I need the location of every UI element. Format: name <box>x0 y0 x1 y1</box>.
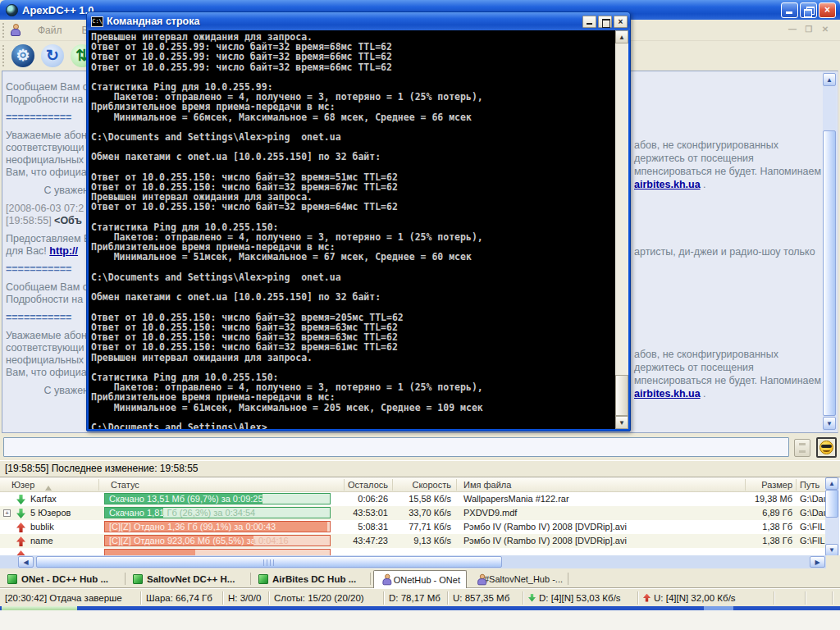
transfer-row[interactable]: name[C][Z] Отдано 923,06 Мб (65,5%) за 0… <box>0 534 825 548</box>
public-hubs-icon[interactable]: ⚙ <box>11 44 34 67</box>
close-button[interactable]: × <box>819 2 836 18</box>
chat-line: абов, не сконфигурированных <box>634 139 827 152</box>
transfers-horizontal-scrollbar[interactable]: ◀ ▶ <box>0 555 826 568</box>
column-size[interactable]: Размер <box>719 480 792 490</box>
hub-tab-label: ONetHub - ONet <box>394 575 460 585</box>
chat-line: airbites.kh.ua . <box>634 387 827 400</box>
scrollbar-thumb[interactable] <box>825 490 838 518</box>
reconnect-icon[interactable]: ↻ <box>41 44 64 67</box>
statusbar-cell: D: [4][N] 53,03 Кб/s <box>523 591 638 605</box>
console-window: C:\ Командная строка × Превышен интервал… <box>86 11 631 431</box>
column-filename[interactable]: Имя файла <box>463 480 511 490</box>
statusbar: [20:30:42] Отдача завершеШара: 66,74 ГбH… <box>0 588 840 606</box>
transfer-size: 1,38 Гб <box>719 522 792 532</box>
chat-line: Вам, что официа. <box>6 367 89 379</box>
apexdc-window: ApexDC++ 1.0 × Файл Вид — ❒ ✕ ⚙ ↻ ⇅ Сооб… <box>0 0 840 630</box>
statusbar-cell: U: 857,35 Мб <box>448 591 523 605</box>
transfer-size: 1,38 Гб <box>719 536 792 546</box>
console-scrollbar[interactable]: ▲ ▼ <box>615 30 628 429</box>
user-menu-icon[interactable] <box>10 24 21 36</box>
upload-arrow-icon <box>16 523 25 532</box>
smiley-icon <box>819 441 833 454</box>
chat-line: соответствующи <box>6 142 89 154</box>
scroll-up-icon[interactable]: ▲ <box>823 73 836 86</box>
transfers-header[interactable]: Юзер Статус Осталось Скорость Имя файла … <box>0 477 825 492</box>
chat-line <box>6 276 89 281</box>
scroll-left-icon[interactable]: ◀ <box>18 556 34 568</box>
scroll-up-icon[interactable]: ▲ <box>825 477 838 490</box>
scroll-right-icon[interactable]: ▶ <box>810 556 825 568</box>
hub-tab[interactable]: AirBites DC Hub ... <box>253 571 371 587</box>
hub-tab[interactable]: #SaltovNet_Hub -... <box>469 571 568 587</box>
transfer-row[interactable] <box>0 548 825 555</box>
hub-tab[interactable]: ONet - DC++ Hub ... <box>2 571 126 587</box>
scroll-down-icon[interactable]: ▼ <box>825 544 838 555</box>
transfer-path: G:\Daur <box>800 508 825 518</box>
scrollbar-thumb[interactable] <box>36 556 502 568</box>
scroll-down-icon[interactable]: ▼ <box>823 417 836 430</box>
transfers-vertical-scrollbar[interactable]: ▲ ▼ <box>825 477 839 555</box>
emoticon-button[interactable] <box>816 437 837 458</box>
transfer-speed: 15,58 Кб/s <box>389 494 451 504</box>
transfer-row[interactable]: +5 ЮзеровСкачано 1,81 Гб (26,3%) за 0:34… <box>0 506 825 520</box>
minimize-button[interactable] <box>781 2 798 18</box>
chat-line <box>6 379 89 385</box>
statusbar-text: Слоты: 15/20 (20/20) <box>274 591 364 605</box>
chat-link[interactable]: http:// <box>49 245 78 257</box>
chat-vertical-scrollbar[interactable]: ▲ ▼ <box>823 72 837 431</box>
console-minimize-button[interactable] <box>582 16 596 28</box>
column-timeleft[interactable]: Осталось <box>331 480 388 490</box>
column-speed[interactable]: Скорость <box>389 480 451 490</box>
sort-asc-icon <box>45 482 52 491</box>
menu-file[interactable]: Файл <box>38 25 62 36</box>
statusbar-cell <box>806 591 833 605</box>
column-status[interactable]: Статус <box>111 480 139 490</box>
transfer-progress-bar: [C][Z] Отдано 1,36 Гб (99,1%) за 0:00:43… <box>104 521 331 532</box>
scroll-up-icon[interactable]: ▲ <box>615 30 628 43</box>
download-arrow-icon <box>16 509 25 518</box>
user-icon <box>382 574 390 586</box>
chat-line: Подробности на <box>6 294 89 306</box>
console-body[interactable]: Превышен интервал ожидания для запроса. … <box>89 30 628 429</box>
chat-line <box>6 179 89 185</box>
mdi-restore-icon[interactable]: ❒ <box>802 24 815 35</box>
scrollbar-thumb[interactable] <box>615 375 628 416</box>
console-titlebar: C:\ Командная строка × <box>87 12 630 30</box>
chat-line: мпенсироваться не будет. Напоминаем <box>634 374 827 387</box>
hub-tab-label: ONet - DC++ Hub ... <box>21 574 108 584</box>
transfers-list: Юзер Статус Осталось Скорость Имя файла … <box>0 477 840 555</box>
transfer-speed: 33,70 Кб/s <box>389 508 451 518</box>
apexdc-logo-icon <box>6 4 18 16</box>
transfer-size: 19,38 Мб <box>719 494 792 504</box>
last-change-status: [19:58:55] Последнее изменение: 19:58:55 <box>0 460 840 476</box>
transfer-row[interactable]: bublik[C][Z] Отдано 1,36 Гб (99,1%) за 0… <box>0 520 825 534</box>
chat-line: Сообщаем Вам о <box>6 281 89 294</box>
chat-line: держитесь от посещения <box>634 361 827 374</box>
chat-message-group: абов, не сконфигурированныхдержитесь от … <box>634 139 827 191</box>
toolbar-grip[interactable] <box>2 23 5 38</box>
hub-tab-label: AirBites DC Hub ... <box>272 574 356 584</box>
toolbar-grip[interactable] <box>2 45 5 66</box>
transfer-filename: PXDVD9.mdf <box>463 508 517 518</box>
scroll-down-icon[interactable]: ▼ <box>615 416 628 429</box>
transfer-filename: Рэмбо IV (Rambo IV) 2008 [DVDRip].avi <box>463 522 627 532</box>
chat-input-row <box>0 436 840 460</box>
mdi-minimize-icon[interactable]: — <box>786 24 799 35</box>
scrollbar-thumb[interactable] <box>823 130 836 416</box>
console-maximize-button[interactable] <box>598 16 612 28</box>
hub-tab[interactable]: SaltovNet DC++ H... <box>127 571 251 587</box>
chat-link[interactable]: airbites.kh.ua <box>634 179 701 190</box>
console-close-button[interactable]: × <box>614 16 628 28</box>
column-user[interactable]: Юзер <box>11 480 34 490</box>
cmd-icon: C:\ <box>91 16 103 27</box>
mdi-close-icon[interactable]: ✕ <box>819 24 832 35</box>
chat-link[interactable]: airbites.kh.ua <box>634 388 701 399</box>
chat-line <box>6 124 89 130</box>
transfer-row[interactable]: KarfaxСкачано 13,51 Мб (69,7%) за 0:09:2… <box>0 492 825 506</box>
chat-extra-button[interactable] <box>794 439 810 457</box>
restore-button[interactable] <box>800 2 817 18</box>
chat-message-input[interactable] <box>3 437 789 457</box>
hub-tab[interactable]: ONetHub - ONet <box>373 570 467 588</box>
column-path[interactable]: Путь <box>800 480 819 490</box>
expand-icon[interactable]: + <box>3 509 11 517</box>
